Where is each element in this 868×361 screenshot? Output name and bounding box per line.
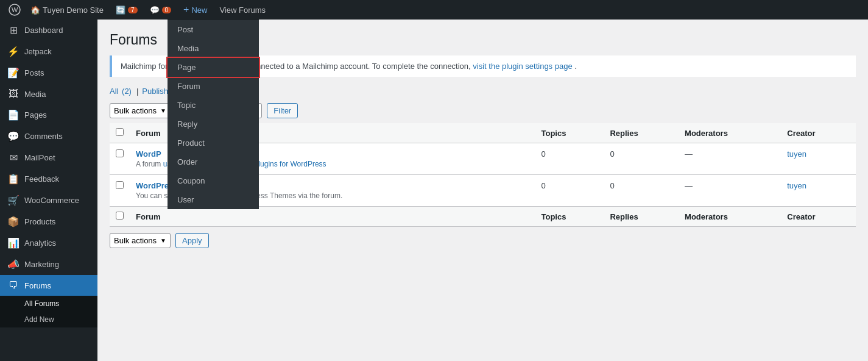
tab-all[interactable]: All (2) [110, 87, 133, 96]
select-all-checkbox[interactable] [116, 128, 124, 136]
new-label: New [191, 5, 207, 15]
row2-checkbox[interactable] [116, 181, 124, 189]
row2-topics: 0 [535, 175, 604, 207]
posts-icon: 📝 [7, 67, 19, 79]
table-footer-row: Forum Topics Replies Moderators Creator [110, 207, 856, 227]
sidebar-item-products[interactable]: 📦 Products [0, 211, 97, 232]
sidebar-label-mailpoet: MailPoet [24, 153, 55, 162]
filter-button[interactable]: Filter [267, 103, 298, 118]
sidebar-item-media[interactable]: 🖼 Media [0, 84, 97, 104]
sidebar-item-feedback[interactable]: 📋 Feedback [0, 168, 97, 190]
footer-col-moderators: Moderators [679, 207, 781, 227]
bulk-actions-bottom-label: Bulk actions [114, 236, 157, 245]
comments-item[interactable]: 💬 0 [144, 0, 178, 20]
sidebar-item-marketing[interactable]: 📣 Marketing [0, 254, 97, 275]
sidebar-item-dashboard[interactable]: ⊞ Dashboard [0, 20, 97, 41]
footer-col-creator: Creator [781, 207, 856, 227]
row1-replies: 0 [604, 143, 679, 175]
row2-replies: 0 [604, 175, 679, 207]
new-content-button[interactable]: + New [177, 0, 213, 20]
dropdown-item-product[interactable]: Product [168, 134, 259, 152]
plus-icon: + [183, 4, 189, 15]
row1-creator: tuyen [781, 143, 856, 175]
row1-forum-link[interactable]: WordP [136, 149, 161, 159]
row1-moderators: — [679, 143, 781, 175]
sidebar-label-dashboard: Dashboard [24, 26, 63, 35]
bulk-actions-top-select[interactable]: Bulk actions ▼ [110, 103, 171, 118]
view-forums-link[interactable]: View Forums [213, 0, 272, 20]
sidebar-label-comments: Comments [24, 132, 63, 141]
dropdown-item-order[interactable]: Order [168, 152, 259, 171]
sidebar-item-forums[interactable]: 🗨 Forums [0, 275, 97, 296]
submenu-add-new[interactable]: Add New [0, 312, 97, 327]
updates-item[interactable]: 🔄 7 [110, 0, 144, 20]
dropdown-item-media[interactable]: Media [168, 39, 259, 58]
dropdown-item-coupon[interactable]: Coupon [168, 171, 259, 190]
jetpack-icon: ⚡ [7, 46, 19, 57]
dropdown-item-page[interactable]: Page [168, 58, 259, 77]
forums-submenu: All Forums Add New [0, 296, 97, 327]
bulk-actions-bottom-select[interactable]: Bulk actions ▼ [110, 233, 171, 248]
footer-col-replies: Replies [604, 207, 679, 227]
bulk-actions-top-label: Bulk actions [114, 106, 157, 115]
row1-topics: 0 [535, 143, 604, 175]
submenu-all-forums[interactable]: All Forums [0, 296, 97, 312]
new-dropdown-menu: Post Media Page Forum Topic Reply Produc… [168, 20, 259, 209]
dropdown-item-topic[interactable]: Topic [168, 96, 259, 115]
footer-select-all-checkbox[interactable] [116, 212, 124, 220]
bulk-actions-bottom-chevron: ▼ [160, 237, 166, 244]
wp-body: ⊞ Dashboard ⚡ Jetpack 📝 Posts 🖼 Media 📄 … [0, 20, 868, 361]
bottom-toolbar: Bulk actions ▼ Apply [110, 233, 856, 248]
row1-creator-link[interactable]: tuyen [787, 149, 806, 159]
select-all-col [110, 123, 130, 143]
products-icon: 📦 [7, 216, 19, 227]
sidebar-item-woocommerce[interactable]: 🛒 WooCommerce [0, 190, 97, 211]
sidebar-item-pages[interactable]: 📄 Pages [0, 104, 97, 126]
dropdown-item-forum[interactable]: Forum [168, 77, 259, 96]
sidebar-item-posts[interactable]: 📝 Posts [0, 62, 97, 84]
sidebar-label-forums: Forums [24, 281, 51, 290]
dropdown-item-post[interactable]: Post [168, 20, 259, 39]
sidebar-label-posts: Posts [24, 68, 44, 77]
wp-logo[interactable]: W [5, 0, 24, 20]
row1-checkbox-cell [110, 143, 130, 175]
sidebar-item-mailpoet[interactable]: ✉ MailPoet [0, 147, 97, 168]
analytics-icon: 📊 [7, 237, 19, 249]
footer-col-topics: Topics [535, 207, 604, 227]
pages-icon: 📄 [7, 109, 19, 121]
dropdown-item-reply[interactable]: Reply [168, 115, 259, 134]
forums-icon: 🗨 [7, 280, 19, 291]
dropdown-item-user[interactable]: User [168, 190, 259, 209]
sidebar-item-jetpack[interactable]: ⚡ Jetpack [0, 41, 97, 62]
row2-moderators: — [679, 175, 781, 207]
admin-bar: W 🏠 Tuyen Demo Site 🔄 7 💬 0 + New View F… [0, 0, 868, 20]
row2-creator-link[interactable]: tuyen [787, 181, 806, 190]
site-name-item[interactable]: 🏠 Tuyen Demo Site [24, 0, 110, 20]
updates-count: 7 [128, 7, 138, 13]
row1-checkbox[interactable] [116, 149, 124, 157]
dashboard-icon: ⊞ [7, 24, 19, 36]
footer-col-forum: Forum [130, 207, 535, 227]
admin-sidebar: ⊞ Dashboard ⚡ Jetpack 📝 Posts 🖼 Media 📄 … [0, 20, 97, 361]
notice-settings-link[interactable]: visit the plugin settings page [473, 62, 572, 71]
row2-checkbox-cell [110, 175, 130, 207]
col-topics: Topics [535, 123, 604, 143]
mailpoet-icon: ✉ [7, 152, 19, 163]
sidebar-label-jetpack: Jetpack [24, 47, 52, 56]
woocommerce-icon: 🛒 [7, 195, 19, 206]
site-name: Tuyen Demo Site [43, 5, 104, 15]
marketing-icon: 📣 [7, 259, 19, 270]
row2-creator: tuyen [781, 175, 856, 207]
sidebar-label-feedback: Feedback [24, 174, 59, 184]
apply-bottom-button[interactable]: Apply [175, 233, 209, 248]
col-creator: Creator [781, 123, 856, 143]
comments-count: 0 [162, 7, 172, 13]
sidebar-item-analytics[interactable]: 📊 Analytics [0, 232, 97, 254]
all-count: (2) [122, 87, 132, 96]
col-moderators: Moderators [679, 123, 781, 143]
sidebar-item-comments[interactable]: 💬 Comments [0, 126, 97, 147]
notice-period: . [574, 62, 577, 71]
sidebar-label-woocommerce: WooCommerce [24, 196, 79, 205]
media-icon: 🖼 [7, 88, 19, 99]
col-replies: Replies [604, 123, 679, 143]
